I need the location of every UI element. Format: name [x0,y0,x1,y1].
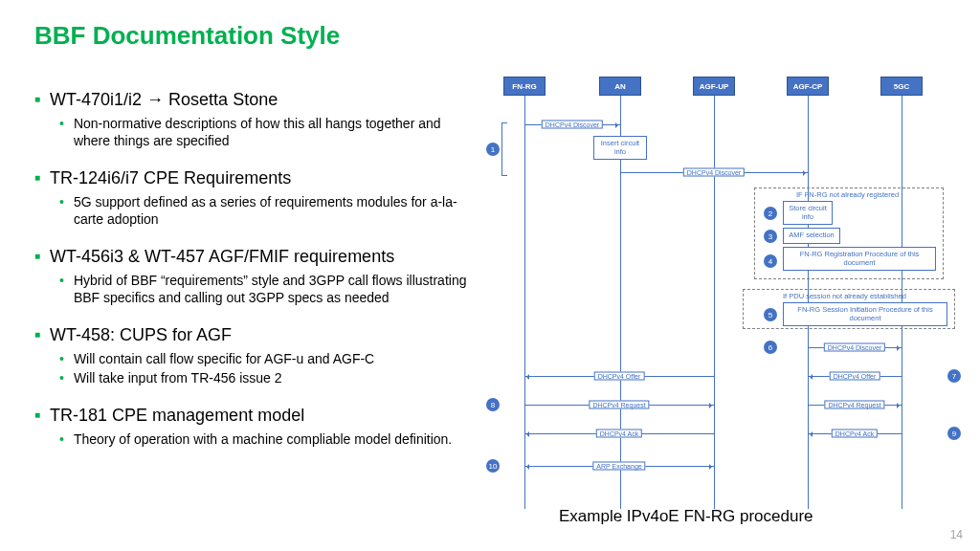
sub-marker: • [59,369,64,386]
bullet-marker: ■ [34,166,40,189]
bullet-4-sub-2: Will take input from TR-456 issue 2 [74,369,282,386]
bullet-3: WT-456i3 & WT-457 AGF/FMIF requirements [50,245,394,268]
sub-marker: • [59,272,64,289]
msg-offer-l-label: DHCPv4 Offer [594,372,645,381]
bullet-1-post: Rosetta Stone [164,90,278,109]
bullet-4-sub-1: Will contain call flow specific for AGF-… [74,350,374,367]
bullet-5: TR-181 CPE management model [50,404,304,427]
bullet-2: TR-124i6/i7 CPE Requirements [50,166,291,189]
box-amf: AMF selection [783,228,840,244]
bullet-marker: ■ [34,88,40,111]
bullet-5-sub-1: Theory of operation with a machine compl… [74,430,452,448]
step-7: 7 [947,369,961,383]
actor-an: AN [599,77,641,96]
bullet-1: WT-470i1/i2 → Rosetta Stone [50,88,278,111]
bullet-2-sub-1: 5G support defined as a series of requir… [74,193,475,228]
bullet-marker: ■ [34,323,40,346]
step-1: 1 [486,143,500,156]
page-number: 14 [950,528,963,541]
page-title: BBF Documentation Style [34,21,340,51]
msg-ack-r-label: DHCPv4 Ack [832,430,878,438]
msg-dhcp-disc-1-label: DHCPv4 Discover [542,121,603,129]
actor-agfup: AGF-UP [693,77,735,96]
lifeline [524,96,525,509]
arrow-icon: → [146,90,164,109]
bullet-1-pre: WT-470i1/i2 [50,90,146,109]
step-10: 10 [486,459,500,473]
sub-marker: • [59,115,64,132]
box-sess: FN-RG Session Initiation Procedure of th… [783,302,947,326]
bullet-3-sub-1: Hybrid of BBF “requirements” style and 3… [74,272,475,306]
dashbox-reg-label: IF FN-RG not already registered [796,190,899,199]
step-3: 3 [764,230,777,243]
sub-marker: • [59,193,64,210]
bullet-list: ■ WT-470i1/i2 → Rosetta Stone •Non-norma… [34,88,475,465]
step-9: 9 [947,427,961,440]
box-store: Store circuit info [783,201,833,225]
box-insert: Insert circuit info [593,136,647,160]
msg-dhcp-disc-2-label: DHCPv4 Discover [683,168,745,177]
msg-ack-l-label: DHCPv4 Ack [596,430,642,438]
msg-req-l-label: DHCPv4 Request [589,401,649,409]
brace [501,122,507,176]
box-reg: FN-RG Registration Procedure of this doc… [783,247,936,271]
step-8: 8 [486,398,500,411]
step-5: 5 [764,308,777,321]
sub-marker: • [59,430,64,448]
sub-marker: • [59,350,64,367]
actor-5gc: 5GC [880,77,923,96]
dashbox-sess-label: If PDU session not already established [783,292,906,300]
msg-req-r-label: DHCPv4 Request [824,401,884,409]
lifeline [714,96,715,509]
sequence-diagram: FN-RG AN AGF-UP AGF-CP 5GC 1 DHCPv4 Disc… [480,77,965,509]
diagram-caption: Example IPv4oE FN-RG procedure [559,507,813,526]
msg-dhcp-disc-3-label: DHCPv4 Discover [824,343,885,352]
step-6: 6 [764,341,777,354]
step-2: 2 [764,207,777,220]
bullet-marker: ■ [34,404,40,427]
actor-fnrg: FN-RG [503,77,546,96]
step-4: 4 [764,254,777,268]
actor-agfcp: AGF-CP [787,77,829,96]
bullet-4: WT-458: CUPS for AGF [50,323,232,346]
bullet-1-sub-1: Non-normative descriptions of how this a… [74,115,475,149]
msg-arp-label: ARP Exchange [592,462,645,471]
msg-offer-r-label: DHCPv4 Offer [830,372,880,381]
bullet-marker: ■ [34,245,40,268]
